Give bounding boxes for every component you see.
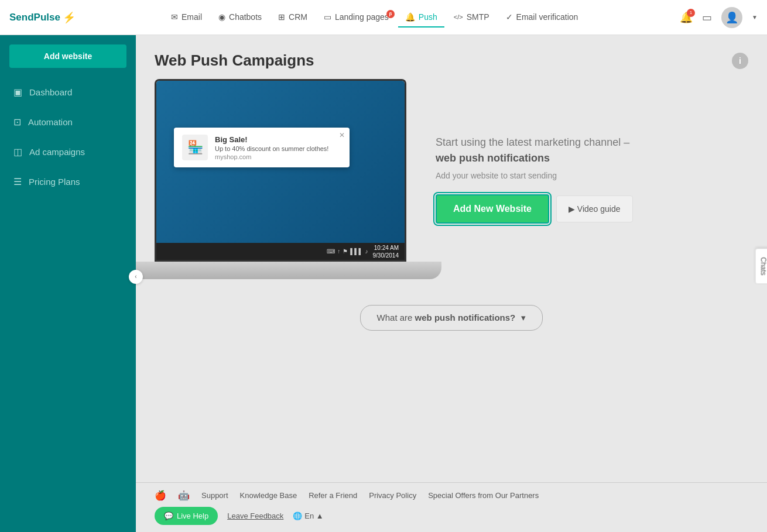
footer-privacy-policy-link[interactable]: Privacy Policy xyxy=(369,491,416,500)
avatar-chevron-icon[interactable]: ▼ xyxy=(752,14,758,20)
email-verification-icon: ✓ xyxy=(506,12,513,22)
hero-text: Start using the latest marketing channel… xyxy=(436,135,748,224)
footer-refer-friend-link[interactable]: Refer a Friend xyxy=(309,491,357,500)
footer-special-offers-link[interactable]: Special Offers from Our Partners xyxy=(428,491,539,500)
nav-email-label: Email xyxy=(182,12,202,22)
nav-chatbots[interactable]: ◉ Chatbots xyxy=(211,8,269,28)
page-header: Web Push Campaigns i xyxy=(136,35,767,79)
popup-body: Up to 40% discount on summer clothes! xyxy=(215,145,328,152)
hero-subtitle: Start using the latest marketing channel… xyxy=(436,135,748,166)
taskbar-arrow-icon: ↑ xyxy=(337,248,340,255)
nav-email[interactable]: ✉ Email xyxy=(164,8,209,28)
sidebar-item-ad-campaigns-label: Ad campaigns xyxy=(29,147,85,157)
laptop-screen: ✕ 🏪 Big Sale! Up to 40% discount on summ… xyxy=(155,79,406,243)
dashboard-icon: ▣ xyxy=(13,87,22,98)
sidebar-item-automation-label: Automation xyxy=(28,117,73,127)
push-info-label: What are web push notifications? ▾ xyxy=(377,313,526,322)
notification-badge: 1 xyxy=(687,9,695,17)
automation-icon: ⊡ xyxy=(13,116,21,128)
language-label: En ▲ xyxy=(304,512,323,520)
live-help-label: Live Help xyxy=(177,512,208,520)
chatbots-icon: ◉ xyxy=(218,12,225,22)
nav-landing-pages[interactable]: ▭ Landing pages β xyxy=(317,8,396,28)
laptop-taskbar: ⌨ ↑ ⚑ ▌▌▌ ♪ 10:24 AM 9/30/2014 xyxy=(155,243,406,262)
sidebar-collapse-button[interactable]: ‹ xyxy=(129,270,143,284)
hero-subtitle-plain: Start using the latest marketing channel… xyxy=(436,136,629,148)
taskbar-icons: ⌨ ↑ ⚑ ▌▌▌ ♪ xyxy=(327,248,368,255)
nav-chatbots-label: Chatbots xyxy=(229,12,262,22)
laptop-base xyxy=(136,262,441,279)
sidebar-item-ad-campaigns[interactable]: ◫ Ad campaigns xyxy=(0,137,136,167)
add-website-sidebar-button[interactable]: Add website xyxy=(9,44,126,68)
push-info-button[interactable]: What are web push notifications? ▾ xyxy=(360,305,543,331)
footer-bottom: 💬 Live Help Leave Feedback 🌐 En ▲ xyxy=(155,507,748,525)
footer-support-link[interactable]: Support xyxy=(201,491,228,500)
nav-right: 🔔 1 ▭ 👤 ▼ xyxy=(680,7,758,28)
hero-section: ✕ 🏪 Big Sale! Up to 40% discount on summ… xyxy=(136,79,767,293)
taskbar-date-value: 9/30/2014 xyxy=(373,252,399,259)
notification-popup: ✕ 🏪 Big Sale! Up to 40% discount on summ… xyxy=(174,128,350,167)
nav-crm-label: CRM xyxy=(289,12,307,22)
email-icon: ✉ xyxy=(171,12,178,22)
taskbar-time: 10:24 AM 9/30/2014 xyxy=(373,244,399,259)
beta-badge: β xyxy=(386,10,395,18)
landing-pages-icon: ▭ xyxy=(324,12,331,22)
sidebar: Add website ▣ Dashboard ⊡ Automation ◫ A… xyxy=(0,35,136,532)
android-icon: 🤖 xyxy=(178,490,190,501)
taskbar-keyboard-icon: ⌨ xyxy=(327,248,335,255)
popup-text: Big Sale! Up to 40% discount on summer c… xyxy=(215,135,328,160)
nav-push-label: Push xyxy=(419,12,437,22)
notification-button[interactable]: 🔔 1 xyxy=(680,11,693,24)
hero-description: Add your website to start sending xyxy=(436,171,748,180)
language-selector[interactable]: 🌐 En ▲ xyxy=(293,512,323,520)
spacer xyxy=(136,354,767,482)
taskbar-flag-icon: ⚑ xyxy=(343,248,348,255)
sidebar-item-automation[interactable]: ⊡ Automation xyxy=(0,107,136,137)
main-layout: Add website ▣ Dashboard ⊡ Automation ◫ A… xyxy=(0,35,767,532)
footer-knowledge-base-link[interactable]: Knowledge Base xyxy=(240,491,297,500)
taskbar-time-value: 10:24 AM xyxy=(373,244,399,252)
push-info-section: What are web push notifications? ▾ xyxy=(136,293,767,354)
nav-items: ✉ Email ◉ Chatbots ⊞ CRM ▭ Landing pages… xyxy=(164,8,680,28)
leave-feedback-link[interactable]: Leave Feedback xyxy=(227,512,283,520)
live-help-button[interactable]: 💬 Live Help xyxy=(155,507,218,525)
popup-title: Big Sale! xyxy=(215,135,328,144)
popup-store-icon: 🏪 xyxy=(182,135,208,160)
nav-crm[interactable]: ⊞ CRM xyxy=(271,8,314,28)
logo-text: SendPulse xyxy=(9,12,60,23)
sidebar-item-dashboard-label: Dashboard xyxy=(29,87,72,97)
sidebar-item-pricing-plans[interactable]: ☰ Pricing Plans xyxy=(0,167,136,197)
chat-bubble-icon: 💬 xyxy=(164,512,173,520)
apple-icon: 🍎 xyxy=(155,490,166,501)
tablet-icon: ▭ xyxy=(702,11,712,24)
crm-icon: ⊞ xyxy=(278,12,285,22)
ad-campaigns-icon: ◫ xyxy=(13,146,22,157)
smtp-icon: </> xyxy=(454,13,463,20)
laptop-illustration: ✕ 🏪 Big Sale! Up to 40% discount on summ… xyxy=(155,79,412,279)
top-navigation: SendPulse ⚡ ✉ Email ◉ Chatbots ⊞ CRM ▭ L… xyxy=(0,0,767,35)
taskbar-signal-icon: ▌▌▌ xyxy=(350,248,362,255)
sidebar-nav: ▣ Dashboard ⊡ Automation ◫ Ad campaigns … xyxy=(0,77,136,532)
taskbar-volume-icon: ♪ xyxy=(365,248,368,255)
chats-label: Chats xyxy=(759,257,767,275)
sidebar-item-dashboard[interactable]: ▣ Dashboard xyxy=(0,77,136,107)
logo[interactable]: SendPulse ⚡ xyxy=(9,11,145,24)
nav-push[interactable]: 🔔 Push xyxy=(398,8,444,28)
info-icon[interactable]: i xyxy=(732,53,748,69)
globe-icon: 🌐 xyxy=(293,512,302,520)
avatar[interactable]: 👤 xyxy=(721,7,742,28)
push-icon: 🔔 xyxy=(405,12,415,22)
footer: 🍎 🤖 Support Knowledge Base Refer a Frien… xyxy=(136,482,767,532)
nav-email-verification-label: Email verification xyxy=(516,12,578,22)
add-new-website-button[interactable]: Add New Website xyxy=(436,194,549,224)
logo-pulse-icon: ⚡ xyxy=(63,11,76,24)
nav-email-verification[interactable]: ✓ Email verification xyxy=(499,8,585,28)
video-guide-button[interactable]: ▶ Video guide xyxy=(556,195,633,222)
popup-close-icon: ✕ xyxy=(339,131,345,139)
nav-landing-pages-label: Landing pages xyxy=(335,12,389,22)
sidebar-item-pricing-plans-label: Pricing Plans xyxy=(29,177,80,187)
chats-tab[interactable]: Chats xyxy=(755,248,767,284)
cta-buttons: Add New Website ▶ Video guide xyxy=(436,194,748,224)
footer-links: 🍎 🤖 Support Knowledge Base Refer a Frien… xyxy=(155,490,748,501)
nav-smtp[interactable]: </> SMTP xyxy=(447,8,497,28)
